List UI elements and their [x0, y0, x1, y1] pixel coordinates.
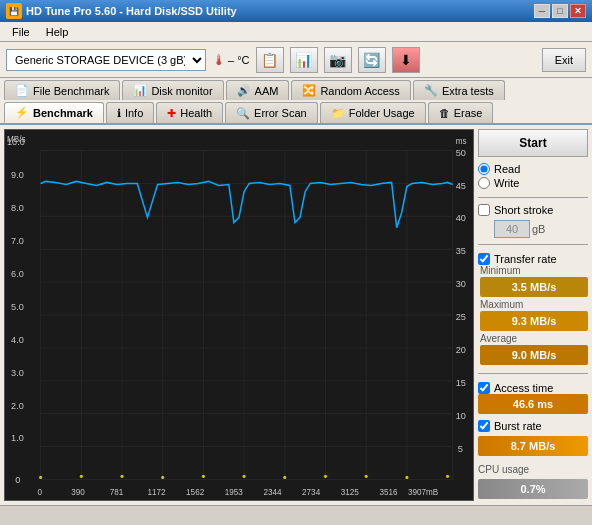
svg-text:0: 0: [15, 474, 20, 484]
main-content: 10.0 9.0 8.0 7.0 6.0 5.0 4.0 3.0 2.0 1.0…: [0, 125, 592, 505]
minimize-button[interactable]: ─: [534, 4, 550, 18]
write-radio-item[interactable]: Write: [478, 177, 588, 189]
svg-text:30: 30: [456, 279, 466, 289]
short-stroke-checkbox[interactable]: [478, 204, 490, 216]
toolbar-btn-2[interactable]: 📊: [290, 47, 318, 73]
tab-area: 📄 File Benchmark 📊 Disk monitor 🔊 AAM 🔀 …: [0, 78, 592, 125]
benchmark-icon: ⚡: [15, 106, 29, 119]
toolbar-btn-4[interactable]: 🔄: [358, 47, 386, 73]
burst-rate-bar: 8.7 MB/s: [478, 436, 588, 456]
divider-1: [478, 197, 588, 198]
error-scan-label: Error Scan: [254, 107, 307, 119]
tab-file-benchmark[interactable]: 📄 File Benchmark: [4, 80, 120, 100]
tab-info[interactable]: ℹ Info: [106, 102, 154, 123]
right-panel: Start Read Write Short stroke gB: [478, 129, 588, 501]
svg-point-63: [283, 476, 286, 479]
maximize-button[interactable]: □: [552, 4, 568, 18]
info-icon: ℹ: [117, 107, 121, 120]
start-button[interactable]: Start: [478, 129, 588, 157]
svg-text:6.0: 6.0: [11, 269, 24, 279]
tab-row-1: 📄 File Benchmark 📊 Disk monitor 🔊 AAM 🔀 …: [0, 78, 592, 100]
file-benchmark-label: File Benchmark: [33, 85, 109, 97]
svg-text:3907mB: 3907mB: [408, 488, 439, 497]
app-icon: 💾: [6, 3, 22, 19]
transfer-rate-label: Transfer rate: [494, 253, 557, 265]
tab-aam[interactable]: 🔊 AAM: [226, 80, 290, 100]
tab-folder-usage[interactable]: 📁 Folder Usage: [320, 102, 426, 123]
svg-text:0: 0: [38, 488, 43, 497]
write-label: Write: [494, 177, 519, 189]
tab-health[interactable]: ✚ Health: [156, 102, 223, 123]
short-stroke-item[interactable]: Short stroke: [478, 204, 588, 216]
random-access-label: Random Access: [320, 85, 399, 97]
folder-usage-label: Folder Usage: [349, 107, 415, 119]
menu-help[interactable]: Help: [38, 24, 77, 40]
exit-button[interactable]: Exit: [542, 48, 586, 72]
health-icon: ✚: [167, 107, 176, 120]
svg-point-58: [80, 475, 83, 478]
access-time-checkbox[interactable]: [478, 382, 490, 394]
svg-text:15: 15: [456, 378, 466, 388]
toolbar-btn-5[interactable]: ⬇: [392, 47, 420, 73]
svg-text:5: 5: [458, 444, 463, 454]
burst-rate-checkbox[interactable]: [478, 420, 490, 432]
svg-text:25: 25: [456, 312, 466, 322]
short-stroke-label: Short stroke: [494, 204, 553, 216]
svg-text:3516: 3516: [379, 488, 398, 497]
toolbar-btn-3[interactable]: 📷: [324, 47, 352, 73]
tab-error-scan[interactable]: 🔍 Error Scan: [225, 102, 318, 123]
transfer-rate-item[interactable]: Transfer rate: [478, 253, 588, 265]
cpu-usage-bar: 0.7%: [478, 479, 588, 499]
tab-disk-monitor[interactable]: 📊 Disk monitor: [122, 80, 223, 100]
minimum-title: Minimum: [480, 265, 588, 276]
svg-point-66: [405, 476, 408, 479]
svg-text:4.0: 4.0: [11, 335, 24, 345]
random-access-icon: 🔀: [302, 84, 316, 97]
chart-container: 10.0 9.0 8.0 7.0 6.0 5.0 4.0 3.0 2.0 1.0…: [4, 129, 474, 501]
device-select[interactable]: Generic STORAGE DEVICE (3 gB): [6, 49, 206, 71]
svg-text:40: 40: [456, 213, 466, 223]
spinbox-input[interactable]: [494, 220, 530, 238]
info-label: Info: [125, 107, 143, 119]
svg-point-57: [39, 476, 42, 479]
svg-text:1.0: 1.0: [11, 433, 24, 443]
thermometer-icon: 🌡: [212, 52, 226, 68]
svg-text:ms: ms: [456, 137, 467, 146]
tab-extra-tests[interactable]: 🔧 Extra tests: [413, 80, 505, 100]
cpu-usage-title: CPU usage: [478, 464, 588, 475]
close-button[interactable]: ✕: [570, 4, 586, 18]
maximum-bar: 9.3 MB/s: [480, 311, 588, 331]
title-bar-text: HD Tune Pro 5.60 - Hard Disk/SSD Utility: [26, 5, 534, 17]
svg-text:781: 781: [110, 488, 124, 497]
read-radio-item[interactable]: Read: [478, 163, 588, 175]
file-benchmark-icon: 📄: [15, 84, 29, 97]
access-time-label: Access time: [494, 382, 553, 394]
toolbar-btn-1[interactable]: 📋: [256, 47, 284, 73]
title-bar: 💾 HD Tune Pro 5.60 - Hard Disk/SSD Utili…: [0, 0, 592, 22]
transfer-rate-checkbox[interactable]: [478, 253, 490, 265]
svg-text:2344: 2344: [263, 488, 282, 497]
svg-text:20: 20: [456, 345, 466, 355]
svg-text:9.0: 9.0: [11, 170, 24, 180]
tab-random-access[interactable]: 🔀 Random Access: [291, 80, 410, 100]
tab-row-2: ⚡ Benchmark ℹ Info ✚ Health 🔍 Error Scan…: [0, 100, 592, 123]
svg-text:3.0: 3.0: [11, 368, 24, 378]
erase-icon: 🗑: [439, 107, 450, 119]
svg-text:10: 10: [456, 411, 466, 421]
maximum-title: Maximum: [480, 299, 588, 310]
svg-text:2734: 2734: [302, 488, 321, 497]
tab-erase[interactable]: 🗑 Erase: [428, 102, 494, 123]
benchmark-label: Benchmark: [33, 107, 93, 119]
svg-text:8.0: 8.0: [11, 203, 24, 213]
tab-benchmark[interactable]: ⚡ Benchmark: [4, 102, 104, 123]
burst-rate-item[interactable]: Burst rate: [478, 420, 588, 432]
write-radio[interactable]: [478, 177, 490, 189]
svg-text:1172: 1172: [147, 488, 166, 497]
svg-text:1562: 1562: [186, 488, 205, 497]
menu-file[interactable]: File: [4, 24, 38, 40]
benchmark-chart: 10.0 9.0 8.0 7.0 6.0 5.0 4.0 3.0 2.0 1.0…: [5, 130, 473, 500]
read-radio[interactable]: [478, 163, 490, 175]
disk-monitor-icon: 📊: [133, 84, 147, 97]
minimum-bar: 3.5 MB/s: [480, 277, 588, 297]
access-time-item[interactable]: Access time: [478, 382, 588, 394]
